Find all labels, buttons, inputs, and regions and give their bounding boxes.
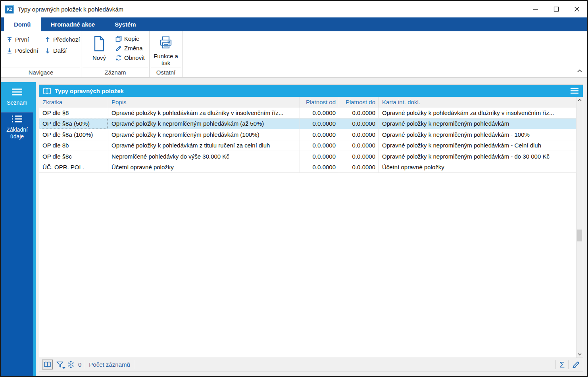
record-count-label[interactable]: Počet záznamů xyxy=(89,361,130,368)
arrow-up-icon xyxy=(44,36,51,43)
cell-zkratka: OP dle §8c xyxy=(39,151,108,162)
cell-platnost-od: 0.0.0000 xyxy=(300,140,339,151)
column-header-popis[interactable]: Popis xyxy=(108,97,300,107)
panel-menu-button[interactable] xyxy=(570,87,579,94)
arrow-down-icon xyxy=(44,48,51,54)
tab-domu[interactable]: Domů xyxy=(4,17,41,31)
cell-karta: Opravné položky k nepromlčeným pohledávk… xyxy=(379,140,576,151)
change-button[interactable]: Změna xyxy=(115,45,145,52)
column-header-platnost-do[interactable]: Platnost do xyxy=(339,97,379,107)
hamburger-icon xyxy=(12,88,23,96)
cell-platnost-do: 0.0.0000 xyxy=(339,140,379,151)
refresh-button[interactable]: Obnovit xyxy=(115,54,145,61)
cell-popis: Opravné položky k pohledávkám za dlužník… xyxy=(108,107,300,118)
cell-karta: Účetní opravné položky xyxy=(379,162,576,173)
column-header-karta[interactable]: Karta int. dokl. xyxy=(379,97,576,107)
arrow-up-to-line-icon xyxy=(6,36,13,43)
sidebar-item-label: Základní údaje xyxy=(2,126,32,140)
scrollbar-thumb[interactable] xyxy=(577,230,582,241)
hamburger-icon xyxy=(570,87,579,94)
cell-platnost-od: 0.0.0000 xyxy=(300,162,339,173)
cell-popis: Opravné položky k pohledávkám z titulu r… xyxy=(108,140,300,151)
ribbon: První Předchozí Poslední Další xyxy=(1,31,587,78)
ribbon-group-ostatni: Funkce a tisk Ostatní xyxy=(150,31,183,77)
cell-popis: Nepromlčené pohledávky do výše 30.000 Kč xyxy=(108,151,300,162)
cell-platnost-do: 0.0.0000 xyxy=(339,151,379,162)
cell-karta: Opravné položky k pohledávkám za dlužník… xyxy=(379,107,576,118)
cell-platnost-od: 0.0.0000 xyxy=(300,151,339,162)
tab-system[interactable]: Systém xyxy=(105,17,146,31)
refresh-icon xyxy=(115,55,122,61)
cell-platnost-od: 0.0.0000 xyxy=(300,107,339,118)
content-area: Typy opravných položek Zkratka Popis Pla… xyxy=(36,78,587,376)
table-row[interactable]: OP dle §8 Opravné položky k pohledávkám … xyxy=(39,107,576,119)
app-logo-icon: K2 xyxy=(5,5,14,13)
functions-print-label: Funkce a tisk xyxy=(151,53,181,66)
pencil-icon xyxy=(115,45,122,52)
filter-button[interactable] xyxy=(56,361,63,368)
next-button[interactable]: Další xyxy=(44,47,81,54)
separator xyxy=(134,360,134,369)
new-button[interactable]: Nový xyxy=(86,34,112,67)
cell-platnost-do: 0.0.0000 xyxy=(339,107,379,118)
sum-button[interactable]: Σ xyxy=(559,360,565,369)
status-bar: 0 Počet záznamů Σ xyxy=(39,358,583,371)
table-zone: Zkratka Popis Platnost od Platnost do Ka… xyxy=(39,97,583,358)
panel-header: Typy opravných položek xyxy=(39,85,583,97)
table-header-row: Zkratka Popis Platnost od Platnost do Ka… xyxy=(39,97,576,107)
cell-zkratka: OP dle 8b xyxy=(39,140,108,151)
group-label-zaznam: Záznam xyxy=(83,67,148,77)
edit-pencil-icon[interactable] xyxy=(572,361,580,369)
maximize-button[interactable] xyxy=(546,1,567,17)
sidebar-item-zakladni-udaje[interactable]: Základní údaje xyxy=(1,112,33,142)
collapse-ribbon-button[interactable] xyxy=(576,68,583,75)
new-document-icon xyxy=(92,35,107,52)
sidebar-item-seznam[interactable]: Seznam xyxy=(1,82,33,112)
vertical-scrollbar[interactable] xyxy=(576,97,583,358)
printer-icon xyxy=(158,35,173,50)
ribbon-group-navigace: První Předchozí Poslední Další xyxy=(1,31,81,77)
table-row-selected[interactable]: OP dle §8a (50%) Opravné položky k nepro… xyxy=(39,119,576,130)
copy-button[interactable]: Kopie xyxy=(115,35,145,42)
table-empty-area xyxy=(39,173,576,358)
first-button[interactable]: První xyxy=(6,36,44,43)
tab-hromadne-akce[interactable]: Hromadné akce xyxy=(41,17,105,31)
table-row[interactable]: OP dle 8b Opravné položky k pohledávkám … xyxy=(39,140,576,151)
change-label: Změna xyxy=(124,45,143,52)
cell-platnost-od: 0.0.0000 xyxy=(300,119,339,129)
cell-platnost-do: 0.0.0000 xyxy=(339,129,379,140)
scroll-up-button[interactable] xyxy=(576,97,583,103)
cell-platnost-od: 0.0.0000 xyxy=(300,129,339,140)
separator xyxy=(85,360,85,369)
ribbon-tab-bar: Domů Hromadné akce Systém xyxy=(1,17,587,31)
cell-popis: Opravné položky k nepromlčeným pohledávk… xyxy=(108,119,300,129)
functions-print-button[interactable]: Funkce a tisk xyxy=(151,34,181,67)
table-row[interactable]: ÚČ. OPR. POL. Účetní opravné položky 0.0… xyxy=(39,162,576,173)
scroll-down-button[interactable] xyxy=(576,351,583,358)
cell-platnost-do: 0.0.0000 xyxy=(339,119,379,129)
close-button[interactable] xyxy=(567,1,587,17)
last-button[interactable]: Poslední xyxy=(6,47,44,54)
column-header-zkratka[interactable]: Zkratka xyxy=(39,97,108,107)
caption-buttons xyxy=(525,1,587,17)
column-header-platnost-od[interactable]: Platnost od xyxy=(300,97,339,107)
previous-label: Předchozí xyxy=(53,36,80,43)
cell-zkratka: OP dle §8 xyxy=(39,107,108,118)
minimize-button[interactable] xyxy=(525,1,546,17)
table: Zkratka Popis Platnost od Platnost do Ka… xyxy=(39,97,576,358)
separator xyxy=(555,360,556,369)
cell-platnost-do: 0.0.0000 xyxy=(339,162,379,173)
first-label: První xyxy=(15,36,29,43)
book-view-toggle[interactable] xyxy=(42,360,53,369)
cell-popis: Účetní opravné položky xyxy=(108,162,300,173)
snowflake-filter-icon[interactable] xyxy=(67,361,75,368)
next-label: Další xyxy=(53,47,67,54)
records-panel: Typy opravných položek Zkratka Popis Pla… xyxy=(39,84,583,371)
copy-icon xyxy=(115,36,122,42)
table-row[interactable]: OP dle §8a (100%) Opravné položky k nepr… xyxy=(39,129,576,140)
group-label-navigace: Navigace xyxy=(2,67,80,77)
table-row[interactable]: OP dle §8c Nepromlčené pohledávky do výš… xyxy=(39,151,576,162)
previous-button[interactable]: Předchozí xyxy=(44,36,81,43)
cell-zkratka: OP dle §8a (50%) xyxy=(39,119,108,129)
cell-zkratka: ÚČ. OPR. POL. xyxy=(39,162,108,173)
